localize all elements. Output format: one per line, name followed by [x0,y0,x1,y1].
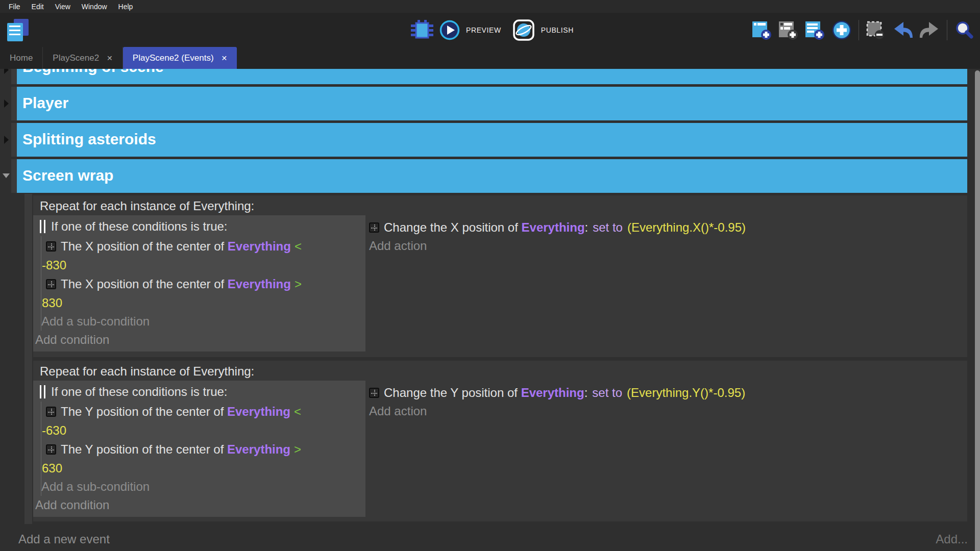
action-row[interactable]: Change the X position of Everything:set … [369,218,967,237]
menu-help[interactable]: Help [113,3,139,11]
gdevelop-window: File Edit View Window Help [0,0,980,551]
condition-row[interactable]: The X position of the center of Everythi… [41,274,365,293]
or-condition-row[interactable]: If one of these conditions is true: [40,217,365,236]
action-text: Change the Y position of Everything:set … [384,383,745,402]
condition-row[interactable]: The X position of the center of Everythi… [41,237,365,256]
close-icon[interactable]: ✕ [107,54,113,62]
or-condition-label: If one of these conditions is true: [51,385,228,399]
tab-playscene2-events[interactable]: PlayScene2 (Events) ✕ [123,47,237,69]
group-drag-handle[interactable] [11,123,17,157]
group-player[interactable]: Player [17,87,967,120]
tab-playscene2[interactable]: PlayScene2 ✕ [43,47,122,69]
group-title: Player [17,87,967,119]
add-more-link[interactable]: Add... [936,532,968,546]
search-icon[interactable] [953,19,975,41]
actions-column: Change the Y position of Everything:set … [365,381,967,517]
group-splitting-asteroids[interactable]: Splitting asteroids [17,123,967,157]
tab-home[interactable]: Home [0,47,43,69]
sub-conditions-list: The Y position of the center of Everythi… [41,402,365,496]
or-condition-label: If one of these conditions is true: [51,219,228,234]
conditions-column: If one of these conditions is true: The … [33,215,365,352]
position-icon [46,407,56,417]
or-icon [40,220,45,233]
toolbar-right [751,13,975,47]
chevron-right-icon[interactable] [4,99,9,108]
project-manager-icon-front [7,23,23,41]
menu-bar: File Edit View Window Help [0,0,980,13]
y-position-icon [369,388,379,398]
event-y-wrap[interactable]: Repeat for each instance of Everything: … [33,361,967,521]
menu-file[interactable]: File [3,3,26,11]
position-icon [46,279,56,289]
menu-window[interactable]: Window [76,3,113,11]
add-sub-condition-link[interactable]: Add a sub-condition [41,478,365,495]
redo-icon[interactable] [919,20,941,40]
x-position-icon [369,222,379,233]
project-manager-icon[interactable] [7,19,29,41]
preview-play-icon[interactable] [439,20,460,40]
main-toolbar: PREVIEW PUBLISH [0,13,980,47]
chevron-down-icon[interactable] [3,173,10,178]
tab-playscene2-events-label: PlayScene2 (Events) [133,53,214,63]
tab-playscene2-label: PlayScene2 [53,53,99,63]
group-drag-handle[interactable] [11,87,17,120]
add-new-event-link[interactable]: Add a new event [18,532,110,546]
add-action-link[interactable]: Add action [369,402,967,420]
tab-bar: Home PlayScene2 ✕ PlayScene2 (Events) ✕ [0,47,980,69]
condition-text: The X position of the center of Everythi… [61,274,302,293]
toolbar-center: PREVIEW PUBLISH [411,13,574,47]
condition-value[interactable]: -830 [41,256,365,274]
menu-view[interactable]: View [50,3,76,11]
group-screen-wrap[interactable]: Screen wrap [17,159,967,193]
position-icon [46,241,56,252]
debug-icon[interactable] [411,20,433,40]
add-other-event-icon[interactable] [831,19,852,41]
group-title: Splitting asteroids [17,123,967,156]
toolbar-separator [947,20,947,40]
repeat-event-header[interactable]: Repeat for each instance of Everything: [33,195,967,215]
condition-row[interactable]: The Y position of the center of Everythi… [41,440,365,459]
add-sub-events-icon[interactable] [804,20,825,40]
sub-conditions-list: The X position of the center of Everythi… [41,236,365,331]
delete-event-icon[interactable] [865,20,886,40]
condition-text: The Y position of the center of Everythi… [61,402,301,421]
group-title: Screen wrap [17,159,967,192]
publish-button-label[interactable]: PUBLISH [541,26,574,34]
add-comment-icon[interactable] [778,20,798,40]
event-x-wrap[interactable]: Repeat for each instance of Everything: … [33,195,967,357]
condition-value[interactable]: 630 [41,459,365,478]
action-text: Change the X position of Everything:set … [384,218,746,237]
group-drag-handle[interactable] [11,69,17,84]
publish-globe-icon[interactable] [512,19,535,41]
event-body: If one of these conditions is true: The … [33,215,967,352]
toolbar-separator [859,20,859,40]
condition-row[interactable]: The Y position of the center of Everythi… [41,402,365,421]
add-condition-link[interactable]: Add condition [35,331,365,348]
add-action-link[interactable]: Add action [369,237,967,255]
group-drag-handle[interactable] [11,159,17,193]
chevron-right-icon[interactable] [4,69,9,74]
group-beginning-of-scene[interactable]: Beginning of scene [17,69,967,84]
action-row[interactable]: Change the Y position of Everything:set … [369,383,967,402]
undo-icon[interactable] [892,20,913,40]
add-event-icon[interactable] [751,20,772,40]
group-title: Beginning of scene [17,69,967,83]
repeat-event-header[interactable]: Repeat for each instance of Everything: [33,361,967,381]
condition-value[interactable]: -630 [41,421,365,440]
menu-edit[interactable]: Edit [26,3,50,11]
position-icon [46,444,56,455]
actions-column: Change the X position of Everything:set … [365,215,967,352]
add-sub-condition-link[interactable]: Add a sub-condition [41,312,365,330]
or-condition-row[interactable]: If one of these conditions is true: [40,382,365,402]
condition-value[interactable]: 830 [41,293,365,312]
preview-button-label[interactable]: PREVIEW [466,26,501,34]
or-icon [40,385,45,398]
tab-home-label: Home [10,53,33,63]
events-sheet: Beginning of scene Player Splitting aste… [0,69,980,551]
vertical-scrollbar[interactable] [975,70,980,551]
add-condition-link[interactable]: Add condition [35,496,365,514]
chevron-right-icon[interactable] [4,136,9,144]
close-icon[interactable]: ✕ [222,54,228,62]
condition-text: The X position of the center of Everythi… [61,237,302,256]
event-body: If one of these conditions is true: The … [33,381,967,517]
